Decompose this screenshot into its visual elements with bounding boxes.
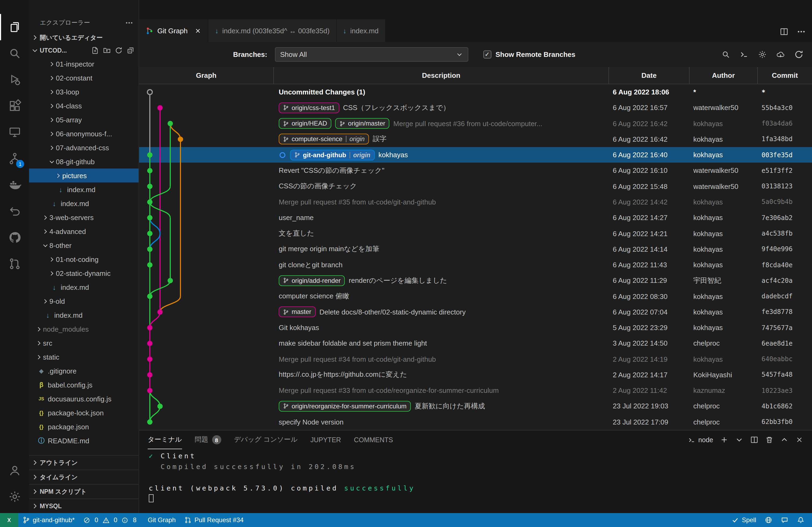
- close-icon[interactable]: [795, 436, 803, 444]
- tree-item-package-lock.json[interactable]: {}package-lock.json: [29, 406, 139, 420]
- split-icon[interactable]: [750, 436, 758, 444]
- tree-item-05-array[interactable]: 05-array: [29, 113, 139, 127]
- status-problems[interactable]: 008: [79, 513, 143, 527]
- search-icon[interactable]: [721, 50, 730, 59]
- activity-run-debug[interactable]: [0, 66, 29, 93]
- commit-row[interactable]: https://.co.jpをhttps://github.comに変えた2 A…: [139, 367, 812, 383]
- status-git-graph[interactable]: Git Graph: [143, 513, 180, 527]
- sidebar-section-アウトライン[interactable]: アウトライン: [29, 455, 139, 470]
- commit-row[interactable]: CSSの節の画像チェック6 Aug 2022 15:48waterwalker5…: [139, 178, 812, 194]
- activity-github[interactable]: [0, 224, 29, 251]
- tree-item-8-other[interactable]: 8-other: [29, 238, 139, 252]
- branch-badge-origin/reorganize-for-summer-curriculum[interactable]: origin/reorganize-for-summer-curriculum: [279, 401, 411, 412]
- commit-row[interactable]: origin/css-test1CSS（フレックスボックスまで）6 Aug 20…: [139, 100, 812, 116]
- chevU-icon[interactable]: [780, 436, 788, 444]
- show-remote-branches-checkbox[interactable]: ✓ Show Remote Branches: [483, 50, 576, 59]
- branch-badge-origin/HEAD[interactable]: origin/HEAD: [279, 118, 331, 129]
- tree-item-06-anonymous-f...[interactable]: 06-anonymous-f...: [29, 127, 139, 140]
- tree-item-9-old[interactable]: 9-old: [29, 294, 139, 308]
- tree-item-02-static-dynamic[interactable]: 02-static-dynamic: [29, 266, 139, 280]
- column-header-Date[interactable]: Date: [608, 67, 689, 84]
- panel-tab-デバッグ コンソール[interactable]: デバッグ コンソール: [234, 431, 298, 449]
- sidebar-section-NPM スクリプト[interactable]: NPM スクリプト: [29, 484, 139, 499]
- activity-accounts[interactable]: [0, 457, 29, 483]
- column-header-Commit[interactable]: Commit: [757, 67, 812, 84]
- tree-item-03-loop[interactable]: 03-loop: [29, 85, 139, 99]
- commit-row[interactable]: 文を直した6 Aug 2022 14:21kokhayasa4c538fb: [139, 226, 812, 241]
- trash-icon[interactable]: [765, 436, 773, 444]
- tab-index.md[interactable]: ↓index.md: [336, 19, 386, 42]
- commit-row[interactable]: specify Node version23 Jul 2022 17:09che…: [139, 414, 812, 430]
- commit-row[interactable]: Merge pull request #35 from ut-code/git-…: [139, 194, 812, 210]
- tree-item-01-inspector[interactable]: 01-inspector: [29, 57, 139, 71]
- commit-row[interactable]: origin/reorganize-for-summer-curriculum夏…: [139, 398, 812, 414]
- column-header-Description[interactable]: Description: [273, 67, 608, 84]
- column-header-Graph[interactable]: Graph: [139, 67, 273, 84]
- terminal-output[interactable]: ✓ Client Compiled successfully in 202.08…: [139, 449, 812, 506]
- branch-badge-origin/css-test1[interactable]: origin/css-test1: [279, 103, 339, 113]
- tree-item-4-advanced[interactable]: 4-advanced: [29, 224, 139, 238]
- commit-row[interactable]: Revert "CSSの節の画像チェック"6 Aug 2022 16:10wat…: [139, 163, 812, 179]
- workspace-section[interactable]: UTCOD...: [29, 44, 139, 57]
- tree-item-pictures[interactable]: pictures: [29, 168, 139, 182]
- tab-Git Graph[interactable]: Git Graph: [139, 19, 209, 42]
- panel-tab-JUPYTER[interactable]: JUPYTER: [310, 431, 341, 449]
- close-icon[interactable]: [195, 27, 202, 34]
- newFolder-icon[interactable]: [103, 47, 111, 54]
- terminalIcon-icon[interactable]: [740, 50, 749, 59]
- commit-row[interactable]: make sidebar foldable and set prism them…: [139, 336, 812, 351]
- tree-item-07-advanced-css[interactable]: 07-advanced-css: [29, 140, 139, 154]
- branch-badge-origin/add-render[interactable]: origin/add-render: [279, 275, 345, 286]
- activity-history[interactable]: [0, 198, 29, 224]
- sidebar-section-MYSQL[interactable]: MYSQL: [29, 499, 139, 513]
- panel-tab-ターミナル[interactable]: ターミナル: [148, 431, 182, 449]
- status-pull-request[interactable]: Pull Request #34: [180, 513, 248, 527]
- tree-item-index.md[interactable]: ↓index.md: [29, 196, 139, 210]
- commit-row[interactable]: Merge pull request #34 from ut-code/git-…: [139, 351, 812, 367]
- activity-explorer[interactable]: [0, 14, 29, 40]
- newFile-icon[interactable]: [91, 47, 99, 54]
- commit-row[interactable]: git-and-githuboriginkokhayas6 Aug 2022 1…: [139, 147, 812, 163]
- tree-item-01-not-coding[interactable]: 01-not-coding: [29, 252, 139, 266]
- activity-settings[interactable]: [0, 483, 29, 510]
- tree-item-.gitignore[interactable]: ◆.gitignore: [29, 364, 139, 378]
- sidebar-section-タイムライン[interactable]: タイムライン: [29, 470, 139, 484]
- column-header-Author[interactable]: Author: [689, 67, 757, 84]
- branch-badge-origin/master[interactable]: origin/master: [335, 118, 390, 129]
- split-icon[interactable]: [780, 27, 788, 36]
- collapse-icon[interactable]: [127, 47, 134, 54]
- tree-item-02-constant[interactable]: 02-constant: [29, 71, 139, 85]
- status-spell-checker[interactable]: Spell: [727, 513, 760, 527]
- commit-row[interactable]: computer science 俯瞰6 Aug 2022 08:30kokha…: [139, 288, 812, 304]
- tree-item-08-git-github[interactable]: 08-git-github: [29, 154, 139, 168]
- shell-selector[interactable]: node: [688, 436, 713, 443]
- status-globe[interactable]: [760, 513, 777, 527]
- branches-dropdown[interactable]: Show All: [275, 47, 468, 62]
- commit-row[interactable]: computer-scienceorigin誤字6 Aug 2022 16:42…: [139, 132, 812, 147]
- tree-item-static[interactable]: static: [29, 350, 139, 364]
- tree-item-04-class[interactable]: 04-class: [29, 99, 139, 113]
- tab-index.md (003fe35d^ ↔ 003fe35d)[interactable]: ↓index.md (003fe35d^ ↔ 003fe35d): [209, 19, 337, 42]
- activity-remote-explorer[interactable]: [0, 119, 29, 146]
- tree-item-index.md[interactable]: ↓index.md: [29, 182, 139, 196]
- status-remote-indicator[interactable]: [0, 513, 18, 527]
- ellipsis-icon[interactable]: [797, 27, 806, 36]
- commit-row[interactable]: origin/HEADorigin/masterMerge pull reque…: [139, 116, 812, 132]
- activity-pull-requests[interactable]: [0, 251, 29, 277]
- commit-row[interactable]: Uncommitted Changes (1)6 Aug 2022 18:06*…: [139, 84, 812, 100]
- branch-badge-master[interactable]: master: [279, 307, 316, 317]
- cloud-icon[interactable]: [776, 50, 785, 59]
- activity-search[interactable]: [0, 40, 29, 66]
- activity-source-control[interactable]: 1: [0, 146, 29, 172]
- tree-item-index.md[interactable]: ↓index.md: [29, 308, 139, 322]
- status-notifications[interactable]: [793, 513, 809, 527]
- tree-item-docusaurus.config.js[interactable]: JSdocusaurus.config.js: [29, 392, 139, 406]
- activity-docker[interactable]: [0, 172, 29, 198]
- panel-tab-問題[interactable]: 問題8: [195, 431, 221, 449]
- commit-row[interactable]: masterDelete docs/8-other/02-static-dyna…: [139, 304, 812, 320]
- commit-row[interactable]: user_name6 Aug 2022 14:27kokhayas7e306ab…: [139, 210, 812, 226]
- tree-item-package.json[interactable]: {}package.json: [29, 420, 139, 434]
- status-feedback[interactable]: [777, 513, 793, 527]
- chevD-icon[interactable]: [735, 436, 743, 444]
- commit-row[interactable]: Git kokhayas5 Aug 2022 23:29kokhayas7475…: [139, 320, 812, 336]
